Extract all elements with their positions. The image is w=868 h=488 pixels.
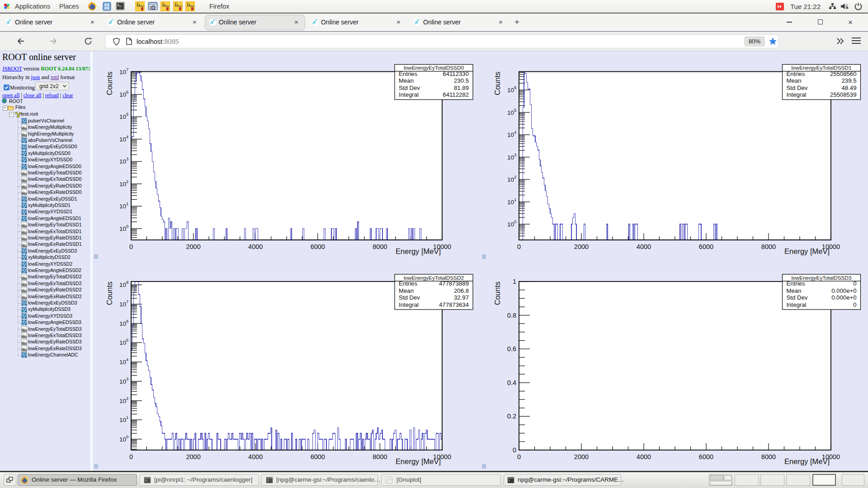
svg-text:Counts: Counts [493,282,501,305]
svg-text:idas: idas [140,5,144,7]
svg-text:0.8: 0.8 [507,312,516,319]
svg-text:Entries: Entries [399,70,417,77]
svg-text:10: 10 [507,154,514,161]
svg-text:7: 7 [126,67,128,72]
svg-text:Energy [MeV]: Energy [MeV] [784,247,830,255]
svg-text:4: 4 [126,357,128,362]
svg-text:3: 3 [126,156,128,161]
svg-text:10: 10 [119,69,126,75]
svg-text:25508539: 25508539 [830,91,857,98]
svg-text:10: 10 [119,282,126,288]
svg-text:64112282: 64112282 [443,91,469,98]
svg-text:10: 10 [119,91,126,98]
svg-text:10: 10 [119,301,126,308]
svg-text:64112330: 64112330 [443,70,469,77]
svg-text:8000: 8000 [761,453,776,460]
svg-text:Counts: Counts [105,282,113,305]
svg-text:2000: 2000 [574,243,589,250]
svg-text:2: 2 [514,174,516,179]
svg-text:Energy [MeV]: Energy [MeV] [396,247,441,255]
svg-text:239.5: 239.5 [841,77,856,84]
svg-text:Std Dev: Std Dev [399,294,420,301]
svg-text:4000: 4000 [248,453,263,460]
svg-text:10: 10 [119,113,126,120]
svg-text:10: 10 [119,158,126,165]
svg-text:10: 10 [507,87,514,94]
svg-text:10: 10 [119,359,126,366]
svg-text:25508560: 25508560 [830,70,857,77]
svg-text:Integral: Integral [787,301,807,308]
svg-text:4000: 4000 [248,243,263,250]
svg-text:idas: idas [190,5,194,7]
svg-text:10: 10 [119,181,126,188]
svg-text:81.89: 81.89 [454,84,469,91]
svg-text:0: 0 [126,224,128,229]
svg-text:10: 10 [119,136,126,143]
svg-text:0: 0 [126,434,128,439]
svg-text:5: 5 [126,338,128,343]
svg-text:0: 0 [514,219,516,224]
svg-text:10: 10 [119,339,126,346]
svg-text:5: 5 [126,112,128,117]
svg-text:6000: 6000 [311,243,325,250]
svg-text:Integral: Integral [787,91,807,98]
svg-text:0: 0 [517,243,521,250]
svg-text:10: 10 [119,320,126,327]
svg-text:4: 4 [514,130,516,135]
svg-text:5: 5 [514,108,516,113]
svg-text:10: 10 [119,417,126,423]
svg-text:0.000e+0: 0.000e+0 [831,294,856,301]
svg-text:2: 2 [126,396,128,401]
svg-text:0: 0 [513,446,516,454]
svg-text:206.8: 206.8 [454,287,469,294]
svg-text:1: 1 [126,201,128,206]
svg-text:3: 3 [514,152,516,157]
svg-text:6: 6 [514,85,516,90]
svg-text:0: 0 [853,301,856,308]
svg-text:Mean: Mean [399,287,414,294]
svg-text:Energy [MeV]: Energy [MeV] [396,457,441,465]
svg-text:8000: 8000 [761,243,776,250]
svg-text:10: 10 [119,378,126,385]
svg-text:1: 1 [513,278,516,285]
svg-text:477873634: 477873634 [439,301,469,308]
svg-text:idas: idas [178,5,182,7]
svg-text:Counts: Counts [105,72,113,95]
svg-text:8000: 8000 [373,453,387,460]
svg-text:6: 6 [126,319,128,324]
svg-text:6000: 6000 [311,453,325,460]
svg-text:10: 10 [119,436,126,443]
svg-text:0: 0 [517,453,521,460]
svg-text:10: 10 [119,225,126,232]
svg-text:Integral: Integral [399,301,419,308]
svg-text:Std Dev: Std Dev [787,294,808,301]
svg-text:10: 10 [507,131,514,138]
svg-text:10: 10 [119,398,126,404]
svg-text:230.5: 230.5 [454,77,469,84]
svg-text:0: 0 [853,280,856,287]
svg-text:Std Dev: Std Dev [399,84,420,91]
svg-text:0: 0 [129,243,133,250]
svg-text:6000: 6000 [699,453,713,460]
svg-text:Std Dev: Std Dev [787,84,808,91]
svg-text:10: 10 [507,109,514,116]
svg-text:Entries: Entries [787,70,805,77]
svg-text:10: 10 [507,221,514,228]
svg-text:Mean: Mean [399,77,414,84]
svg-text:2000: 2000 [186,243,200,250]
svg-text:1: 1 [514,197,516,202]
svg-text:4000: 4000 [637,243,651,250]
svg-text:Mean: Mean [787,77,802,84]
svg-text:2000: 2000 [574,453,589,460]
svg-text:4: 4 [126,134,128,139]
svg-text:0: 0 [129,453,133,460]
svg-text:Mean: Mean [787,287,802,294]
svg-text:477873889: 477873889 [439,280,469,287]
svg-text:0.6: 0.6 [507,345,516,352]
svg-text:Energy [MeV]: Energy [MeV] [784,457,830,465]
svg-text:3: 3 [126,376,128,381]
svg-text:0.000e+0: 0.000e+0 [831,287,856,294]
svg-text:10: 10 [507,199,514,206]
svg-text:8000: 8000 [373,243,387,250]
svg-text:6: 6 [126,89,128,94]
